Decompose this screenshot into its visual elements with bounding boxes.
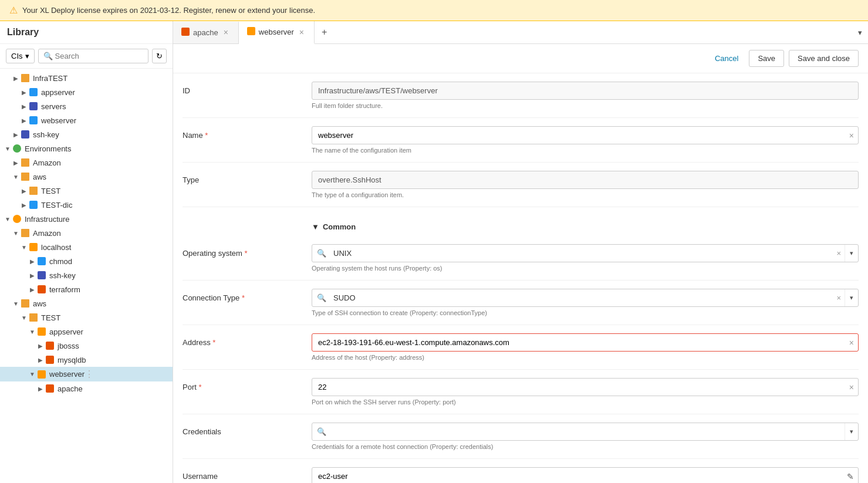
label-type: Type bbox=[183, 171, 312, 184]
search-input-wrap: 🔍 bbox=[38, 49, 149, 63]
tree-item-ssh-key[interactable]: ▶ ssh-key bbox=[0, 127, 173, 141]
tree-item-test-dic[interactable]: ▶ TEST-dic bbox=[0, 198, 173, 212]
tree-label-amazon-env: Amazon bbox=[33, 158, 61, 167]
form-row-address: Address * × Address of the host (Propert… bbox=[183, 325, 859, 370]
ci-dropdown[interactable]: CIs ▾ bbox=[6, 49, 35, 63]
os-select[interactable]: 🔍 UNIX × ▾ bbox=[312, 244, 859, 262]
tree-item-mysqldb[interactable]: ▶ mysqldb bbox=[0, 353, 173, 367]
port-input-wrap: × bbox=[312, 378, 859, 396]
save-close-button[interactable]: Save and close bbox=[789, 50, 859, 67]
tree-item-webserver-infra[interactable]: ▶ webserver bbox=[0, 113, 173, 127]
tree-icon-servers bbox=[28, 101, 39, 112]
tree-item-test-env[interactable]: ▶ TEST bbox=[0, 184, 173, 198]
tree-item-amazon-infra[interactable]: ▼ Amazon bbox=[0, 226, 173, 240]
tab-add-button[interactable]: + bbox=[315, 22, 334, 42]
os-search-icon: 🔍 bbox=[312, 249, 331, 258]
tree-item-aws-env[interactable]: ▼ aws bbox=[0, 170, 173, 184]
tree-label-chmod: chmod bbox=[49, 257, 72, 266]
os-dropdown-arrow[interactable]: ▾ bbox=[845, 245, 858, 262]
credentials-dropdown-arrow[interactable]: ▾ bbox=[845, 423, 858, 440]
username-edit-icon[interactable]: ✎ bbox=[847, 472, 854, 481]
clear-name-button[interactable]: × bbox=[849, 131, 854, 140]
tree-item-amazon-env[interactable]: ▶ Amazon bbox=[0, 156, 173, 170]
tree-icon-infrastructure bbox=[12, 214, 22, 224]
tree-item-appserver[interactable]: ▶ appserver bbox=[0, 85, 173, 99]
field-username: ✎ Username to connect with (Property: us… bbox=[312, 467, 859, 483]
tree-icon-webserver-infra bbox=[28, 115, 39, 126]
field-type: The type of a configuration item. bbox=[312, 171, 859, 198]
form-row-name: Name * × The name of the configuration i… bbox=[183, 118, 859, 163]
tree-item-localhost[interactable]: ▼ localhost bbox=[0, 240, 173, 254]
input-address[interactable] bbox=[312, 333, 859, 352]
tree-item-chmod[interactable]: ▶ chmod bbox=[0, 254, 173, 268]
search-icon: 🔍 bbox=[43, 52, 53, 60]
cancel-button[interactable]: Cancel bbox=[709, 50, 744, 66]
tab-webserver-close[interactable]: × bbox=[298, 28, 306, 37]
tree-arrow-aws-env: ▼ bbox=[12, 174, 20, 180]
username-input-wrap: ✎ bbox=[312, 467, 859, 483]
tree-item-infrastructure[interactable]: ▼ Infrastructure bbox=[0, 212, 173, 226]
tree-icon-apache-tree bbox=[45, 383, 55, 394]
tree-item-ssh-key-loc[interactable]: ▶ ssh-key bbox=[0, 268, 173, 282]
tree-icon-test-infra bbox=[28, 312, 39, 323]
field-address: × Address of the host (Property: address… bbox=[312, 333, 859, 361]
tree-item-terraform[interactable]: ▶ terraform bbox=[0, 282, 173, 296]
hint-credentials: Credentials for a remote host connection… bbox=[312, 443, 859, 450]
tree-item-servers[interactable]: ▶ servers bbox=[0, 99, 173, 113]
input-username[interactable] bbox=[312, 467, 859, 483]
tree-item-webserver-aws[interactable]: ▼ webserver ⋮ bbox=[0, 367, 173, 381]
input-id[interactable] bbox=[312, 82, 859, 100]
tree-item-infratest[interactable]: ▶ InfraTEST bbox=[0, 71, 173, 85]
tree-icon-infratest bbox=[20, 73, 31, 83]
tree-label-ssh-key: ssh-key bbox=[33, 130, 59, 139]
hint-port: Port on which the SSH server runs (Prope… bbox=[312, 398, 859, 406]
credentials-select[interactable]: 🔍 ▾ bbox=[312, 423, 859, 441]
tree-label-appserver-infra: appserver bbox=[49, 327, 83, 336]
connection-type-search-icon: 🔍 bbox=[312, 293, 331, 302]
form-content: ID Full item folder structure. Name * bbox=[173, 73, 868, 483]
field-credentials: 🔍 ▾ Credentials for a remote host connec… bbox=[312, 423, 859, 450]
tree-item-aws-infra[interactable]: ▼ aws bbox=[0, 296, 173, 310]
label-connection-type: Connection Type * bbox=[183, 289, 312, 302]
tree-icon-chmod bbox=[36, 256, 47, 266]
clear-port-button[interactable]: × bbox=[849, 383, 854, 392]
search-input[interactable] bbox=[55, 52, 144, 60]
input-port[interactable] bbox=[312, 378, 859, 396]
label-id: ID bbox=[183, 82, 312, 95]
tree-arrow-ssh-key: ▶ bbox=[12, 131, 20, 138]
library-title: Library bbox=[0, 21, 173, 44]
tree-item-jbosss[interactable]: ▶ jbosss bbox=[0, 339, 173, 353]
tab-apache[interactable]: apache × bbox=[173, 22, 239, 43]
clear-address-button[interactable]: × bbox=[849, 338, 854, 347]
tree-icon-environments bbox=[12, 143, 22, 154]
refresh-button[interactable]: ↻ bbox=[152, 49, 167, 63]
tree-arrow-amazon-env: ▶ bbox=[12, 160, 20, 166]
tree-item-drag-handle[interactable]: ⋮ bbox=[85, 369, 94, 380]
input-name[interactable] bbox=[312, 126, 859, 144]
save-button[interactable]: Save bbox=[749, 50, 784, 67]
tree-label-infrastructure: Infrastructure bbox=[25, 215, 70, 224]
tree-icon-mysqldb bbox=[45, 354, 55, 365]
connection-type-select[interactable]: 🔍 SUDO × ▾ bbox=[312, 289, 859, 307]
connection-type-dropdown-arrow[interactable]: ▾ bbox=[845, 289, 858, 306]
tree-item-test-infra[interactable]: ▼ TEST bbox=[0, 310, 173, 325]
tree-icon-aws-infra bbox=[20, 298, 31, 309]
os-clear-button[interactable]: × bbox=[833, 249, 845, 258]
hint-type: The type of a configuration item. bbox=[312, 191, 859, 198]
tree-item-apache-tree[interactable]: ▶ apache bbox=[0, 381, 173, 396]
tree-arrow-appserver: ▶ bbox=[20, 89, 28, 96]
connection-type-clear-button[interactable]: × bbox=[833, 293, 845, 302]
label-os: Operating system * bbox=[183, 244, 312, 258]
tab-webserver[interactable]: webserver × bbox=[239, 21, 315, 44]
tree-label-aws-env: aws bbox=[33, 173, 46, 181]
tab-apache-icon bbox=[181, 28, 190, 38]
tree-arrow-appserver-infra: ▼ bbox=[28, 329, 36, 335]
tab-apache-close[interactable]: × bbox=[222, 28, 230, 37]
form-row-connection-type: Connection Type * 🔍 SUDO × ▾ Type of SSH… bbox=[183, 281, 859, 325]
tab-webserver-label: webserver bbox=[259, 28, 294, 36]
tree-item-environments[interactable]: ▼ Environments bbox=[0, 141, 173, 156]
tree-item-appserver-infra[interactable]: ▼ appserver bbox=[0, 325, 173, 339]
tab-webserver-icon bbox=[247, 27, 255, 37]
tabs-dropdown-button[interactable]: ▾ bbox=[852, 23, 868, 42]
tree-arrow-jbosss: ▶ bbox=[36, 343, 45, 349]
